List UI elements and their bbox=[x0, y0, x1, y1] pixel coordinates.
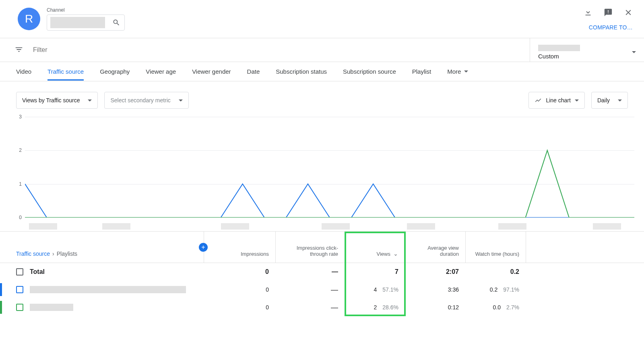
chart-area: 0123 bbox=[16, 117, 634, 230]
tab-more-label: More bbox=[447, 68, 461, 75]
tab-traffic-source[interactable]: Traffic source bbox=[47, 68, 84, 75]
table-row[interactable]: 0—228.6%0:120.02.7% bbox=[0, 298, 644, 316]
total-ctr: — bbox=[275, 268, 345, 276]
x-axis-tick bbox=[498, 223, 526, 230]
secondary-metric-dropdown[interactable]: Select secondary metric bbox=[104, 92, 188, 109]
chevron-down-icon bbox=[88, 99, 92, 102]
row-label-redacted bbox=[30, 304, 73, 311]
y-axis-tick: 3 bbox=[19, 114, 22, 120]
col-header-ctr[interactable]: Impressions click-through rate bbox=[275, 232, 345, 263]
table-row-total: Total 0 — 7 2:07 0.2 bbox=[0, 263, 644, 281]
line-chart-icon bbox=[535, 97, 542, 104]
y-axis-tick: 2 bbox=[19, 147, 22, 153]
chevron-down-icon bbox=[575, 99, 579, 102]
chart-series-line bbox=[25, 150, 634, 218]
x-axis-tick bbox=[221, 223, 249, 230]
col-header-views-label: Views bbox=[377, 251, 390, 257]
chevron-down-icon bbox=[618, 99, 622, 102]
x-axis-tick bbox=[593, 223, 621, 230]
x-axis-tick bbox=[407, 223, 435, 230]
x-axis-tick bbox=[29, 223, 57, 230]
compare-to-link[interactable]: COMPARE TO… bbox=[589, 24, 633, 31]
tab-playlist[interactable]: Playlist bbox=[412, 68, 431, 75]
tab-date[interactable]: Date bbox=[247, 68, 260, 75]
breadcrumb: Traffic source › Playlists bbox=[16, 251, 77, 257]
chevron-right-icon: › bbox=[52, 251, 54, 257]
filter-input[interactable] bbox=[33, 46, 530, 54]
y-axis-tick: 0 bbox=[19, 215, 22, 220]
table-row[interactable]: 0—457.1%3:360.297.1% bbox=[0, 281, 644, 298]
search-icon[interactable] bbox=[108, 19, 124, 27]
channel-avatar[interactable]: R bbox=[18, 8, 40, 30]
chart-type-dropdown[interactable]: Line chart bbox=[528, 92, 584, 109]
tab-subscription-source[interactable]: Subscription source bbox=[343, 68, 396, 75]
total-views: 7 bbox=[345, 268, 405, 276]
chart-series-line bbox=[25, 184, 634, 218]
primary-metric-label: Views by Traffic source bbox=[22, 97, 80, 104]
granularity-label: Daily bbox=[597, 97, 610, 104]
series-color-indicator bbox=[0, 301, 2, 314]
tab-more[interactable]: More bbox=[447, 68, 468, 75]
breadcrumb-root[interactable]: Traffic source bbox=[16, 251, 50, 257]
col-header-views[interactable]: Views bbox=[345, 232, 405, 263]
total-impressions: 0 bbox=[204, 268, 275, 276]
breadcrumb-current: Playlists bbox=[57, 251, 77, 257]
tab-subscription-status[interactable]: Subscription status bbox=[276, 68, 327, 75]
primary-metric-dropdown[interactable]: Views by Traffic source bbox=[16, 92, 98, 109]
select-all-checkbox[interactable] bbox=[16, 268, 23, 276]
total-label: Total bbox=[30, 268, 45, 276]
tab-geography[interactable]: Geography bbox=[100, 68, 130, 75]
date-range-label: Custom bbox=[538, 53, 580, 60]
chevron-down-icon bbox=[179, 99, 183, 102]
col-header-watch[interactable]: Watch time (hours) bbox=[465, 232, 526, 263]
date-range-picker[interactable]: Custom bbox=[530, 38, 644, 62]
channel-search-input[interactable] bbox=[50, 17, 105, 28]
channel-search[interactable] bbox=[47, 14, 125, 31]
row-label-redacted bbox=[30, 286, 186, 293]
tab-viewer-gender[interactable]: Viewer gender bbox=[192, 68, 231, 75]
total-watch: 0.2 bbox=[465, 268, 526, 276]
tab-viewer-age[interactable]: Viewer age bbox=[146, 68, 176, 75]
granularity-dropdown[interactable]: Daily bbox=[591, 92, 628, 109]
filter-icon[interactable] bbox=[14, 45, 23, 55]
col-header-avd[interactable]: Average view duration bbox=[405, 232, 465, 263]
x-axis-tick bbox=[322, 223, 350, 230]
dimension-tabs: Video Traffic source Geography Viewer ag… bbox=[0, 62, 644, 81]
channel-label: Channel bbox=[47, 7, 125, 13]
total-avd: 2:07 bbox=[405, 268, 465, 276]
x-axis-tick bbox=[102, 223, 130, 230]
secondary-metric-placeholder: Select secondary metric bbox=[110, 97, 170, 104]
row-checkbox[interactable] bbox=[16, 304, 23, 311]
data-table: Traffic source › Playlists + Impressions… bbox=[0, 231, 644, 316]
sort-desc-icon bbox=[393, 251, 398, 257]
tab-video[interactable]: Video bbox=[16, 68, 31, 75]
add-comparison-button[interactable]: + bbox=[199, 243, 208, 252]
col-header-impressions[interactable]: Impressions bbox=[204, 232, 275, 263]
chevron-down-icon bbox=[464, 70, 468, 72]
y-axis-tick: 1 bbox=[19, 181, 22, 187]
chevron-down-icon bbox=[632, 51, 636, 53]
series-color-indicator bbox=[0, 283, 2, 296]
chart-type-label: Line chart bbox=[546, 97, 570, 104]
row-checkbox[interactable] bbox=[16, 286, 23, 293]
